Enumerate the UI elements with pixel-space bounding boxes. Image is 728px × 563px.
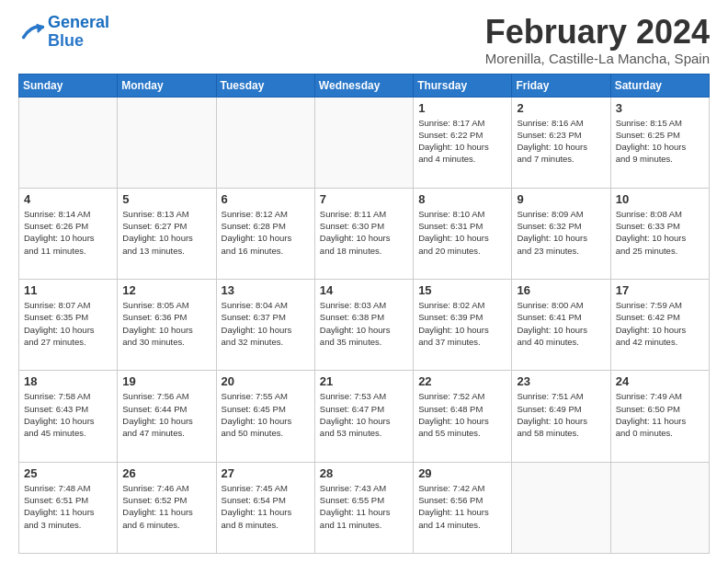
day-number: 20 — [222, 374, 310, 388]
calendar-cell: 20Sunrise: 7:55 AM Sunset: 6:45 PM Dayli… — [216, 371, 314, 462]
calendar-cell: 4Sunrise: 8:14 AM Sunset: 6:26 PM Daylig… — [19, 188, 118, 279]
day-number: 28 — [320, 466, 408, 480]
calendar-cell: 13Sunrise: 8:04 AM Sunset: 6:37 PM Dayli… — [216, 280, 314, 371]
day-number: 17 — [616, 283, 704, 297]
day-number: 9 — [517, 192, 605, 206]
day-number: 10 — [616, 192, 704, 206]
day-info: Sunrise: 7:58 AM Sunset: 6:43 PM Dayligh… — [24, 390, 112, 439]
calendar-cell: 24Sunrise: 7:49 AM Sunset: 6:50 PM Dayli… — [610, 371, 709, 462]
day-info: Sunrise: 8:03 AM Sunset: 6:38 PM Dayligh… — [320, 299, 408, 348]
calendar-header-row: SundayMondayTuesdayWednesdayThursdayFrid… — [19, 74, 710, 97]
calendar-cell: 15Sunrise: 8:02 AM Sunset: 6:39 PM Dayli… — [414, 280, 512, 371]
calendar-cell: 16Sunrise: 8:00 AM Sunset: 6:41 PM Dayli… — [512, 280, 610, 371]
day-info: Sunrise: 8:16 AM Sunset: 6:23 PM Dayligh… — [517, 117, 605, 166]
day-number: 21 — [320, 374, 408, 388]
day-number: 1 — [418, 101, 506, 115]
day-number: 6 — [222, 192, 310, 206]
calendar-cell: 28Sunrise: 7:43 AM Sunset: 6:55 PM Dayli… — [314, 462, 413, 553]
day-number: 27 — [222, 466, 310, 480]
day-info: Sunrise: 7:51 AM Sunset: 6:49 PM Dayligh… — [517, 390, 605, 439]
day-number: 26 — [122, 466, 210, 480]
calendar-cell: 5Sunrise: 8:13 AM Sunset: 6:27 PM Daylig… — [118, 188, 216, 279]
header: General Blue February 2024 Morenilla, Ca… — [18, 14, 710, 66]
calendar-table: SundayMondayTuesdayWednesdayThursdayFrid… — [18, 74, 710, 554]
day-info: Sunrise: 8:13 AM Sunset: 6:27 PM Dayligh… — [122, 208, 210, 257]
day-number: 25 — [24, 466, 112, 480]
day-info: Sunrise: 8:07 AM Sunset: 6:35 PM Dayligh… — [24, 299, 112, 348]
calendar-week-5: 25Sunrise: 7:48 AM Sunset: 6:51 PM Dayli… — [19, 462, 710, 553]
day-number: 15 — [418, 283, 506, 297]
calendar-cell — [118, 97, 216, 188]
calendar-cell: 8Sunrise: 8:10 AM Sunset: 6:31 PM Daylig… — [414, 188, 512, 279]
calendar-week-4: 18Sunrise: 7:58 AM Sunset: 6:43 PM Dayli… — [19, 371, 710, 462]
day-number: 12 — [122, 283, 210, 297]
page: General Blue February 2024 Morenilla, Ca… — [0, 0, 728, 563]
subtitle: Morenilla, Castille-La Mancha, Spain — [485, 51, 710, 66]
logo-blue: Blue — [48, 31, 84, 50]
calendar-cell: 27Sunrise: 7:45 AM Sunset: 6:54 PM Dayli… — [216, 462, 314, 553]
day-number: 29 — [418, 466, 506, 480]
day-info: Sunrise: 7:42 AM Sunset: 6:56 PM Dayligh… — [418, 482, 506, 531]
day-info: Sunrise: 8:02 AM Sunset: 6:39 PM Dayligh… — [418, 299, 506, 348]
day-number: 13 — [222, 283, 310, 297]
day-info: Sunrise: 8:05 AM Sunset: 6:36 PM Dayligh… — [122, 299, 210, 348]
day-info: Sunrise: 8:15 AM Sunset: 6:25 PM Dayligh… — [616, 117, 704, 166]
logo-text: General Blue — [48, 14, 109, 51]
calendar-cell: 1Sunrise: 8:17 AM Sunset: 6:22 PM Daylig… — [414, 97, 512, 188]
day-number: 24 — [616, 374, 704, 388]
day-info: Sunrise: 7:48 AM Sunset: 6:51 PM Dayligh… — [24, 482, 112, 531]
calendar-header-monday: Monday — [118, 74, 216, 97]
calendar-header-sunday: Sunday — [19, 74, 118, 97]
day-info: Sunrise: 8:10 AM Sunset: 6:31 PM Dayligh… — [418, 208, 506, 257]
calendar-cell: 10Sunrise: 8:08 AM Sunset: 6:33 PM Dayli… — [610, 188, 709, 279]
day-number: 11 — [24, 283, 112, 297]
calendar-cell: 11Sunrise: 8:07 AM Sunset: 6:35 PM Dayli… — [19, 280, 118, 371]
day-number: 3 — [616, 101, 704, 115]
day-info: Sunrise: 7:59 AM Sunset: 6:42 PM Dayligh… — [616, 299, 704, 348]
calendar-header-saturday: Saturday — [610, 74, 709, 97]
calendar-cell: 17Sunrise: 7:59 AM Sunset: 6:42 PM Dayli… — [610, 280, 709, 371]
calendar-cell: 12Sunrise: 8:05 AM Sunset: 6:36 PM Dayli… — [118, 280, 216, 371]
calendar-header-tuesday: Tuesday — [216, 74, 314, 97]
day-info: Sunrise: 8:11 AM Sunset: 6:30 PM Dayligh… — [320, 208, 408, 257]
day-number: 4 — [24, 192, 112, 206]
calendar-cell — [314, 97, 413, 188]
calendar-cell: 3Sunrise: 8:15 AM Sunset: 6:25 PM Daylig… — [610, 97, 709, 188]
day-info: Sunrise: 7:52 AM Sunset: 6:48 PM Dayligh… — [418, 390, 506, 439]
day-info: Sunrise: 8:04 AM Sunset: 6:37 PM Dayligh… — [222, 299, 310, 348]
calendar-cell: 6Sunrise: 8:12 AM Sunset: 6:28 PM Daylig… — [216, 188, 314, 279]
day-number: 22 — [418, 374, 506, 388]
day-info: Sunrise: 8:00 AM Sunset: 6:41 PM Dayligh… — [517, 299, 605, 348]
logo: General Blue — [18, 14, 109, 51]
day-number: 14 — [320, 283, 408, 297]
day-info: Sunrise: 8:09 AM Sunset: 6:32 PM Dayligh… — [517, 208, 605, 257]
calendar-cell: 9Sunrise: 8:09 AM Sunset: 6:32 PM Daylig… — [512, 188, 610, 279]
day-info: Sunrise: 7:46 AM Sunset: 6:52 PM Dayligh… — [122, 482, 210, 531]
svg-rect-0 — [18, 19, 44, 45]
day-info: Sunrise: 7:53 AM Sunset: 6:47 PM Dayligh… — [320, 390, 408, 439]
calendar-cell — [216, 97, 314, 188]
calendar-cell — [19, 97, 118, 188]
day-info: Sunrise: 8:08 AM Sunset: 6:33 PM Dayligh… — [616, 208, 704, 257]
day-number: 18 — [24, 374, 112, 388]
calendar-cell: 26Sunrise: 7:46 AM Sunset: 6:52 PM Dayli… — [118, 462, 216, 553]
day-info: Sunrise: 7:49 AM Sunset: 6:50 PM Dayligh… — [616, 390, 704, 439]
calendar-cell: 21Sunrise: 7:53 AM Sunset: 6:47 PM Dayli… — [314, 371, 413, 462]
day-info: Sunrise: 7:45 AM Sunset: 6:54 PM Dayligh… — [222, 482, 310, 531]
main-title: February 2024 — [485, 14, 710, 51]
calendar-header-wednesday: Wednesday — [314, 74, 413, 97]
calendar-week-2: 4Sunrise: 8:14 AM Sunset: 6:26 PM Daylig… — [19, 188, 710, 279]
calendar-cell: 25Sunrise: 7:48 AM Sunset: 6:51 PM Dayli… — [19, 462, 118, 553]
logo-general: General — [48, 13, 109, 31]
calendar-cell: 23Sunrise: 7:51 AM Sunset: 6:49 PM Dayli… — [512, 371, 610, 462]
day-number: 19 — [122, 374, 210, 388]
day-number: 16 — [517, 283, 605, 297]
day-info: Sunrise: 7:55 AM Sunset: 6:45 PM Dayligh… — [222, 390, 310, 439]
day-number: 8 — [418, 192, 506, 206]
title-block: February 2024 Morenilla, Castille-La Man… — [485, 14, 710, 66]
calendar-cell: 22Sunrise: 7:52 AM Sunset: 6:48 PM Dayli… — [414, 371, 512, 462]
calendar-cell — [610, 462, 709, 553]
calendar-week-3: 11Sunrise: 8:07 AM Sunset: 6:35 PM Dayli… — [19, 280, 710, 371]
day-info: Sunrise: 8:17 AM Sunset: 6:22 PM Dayligh… — [418, 117, 506, 166]
day-number: 5 — [122, 192, 210, 206]
